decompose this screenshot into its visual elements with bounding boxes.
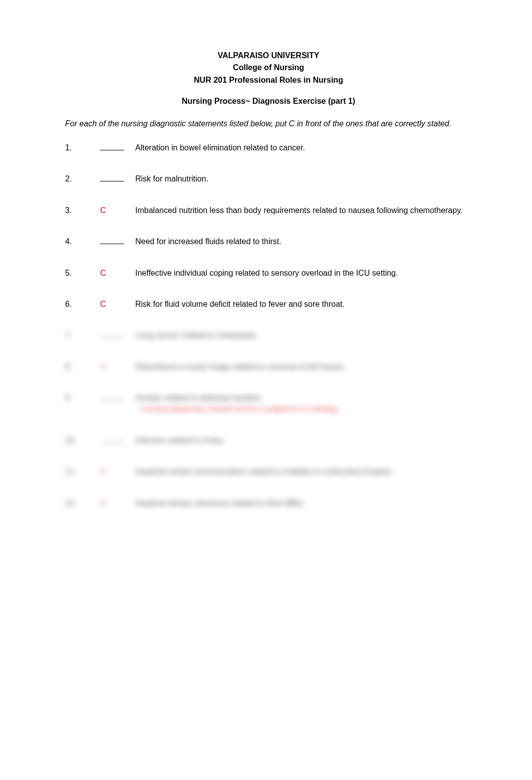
item-text: Anxiety related to defective families.nu… [135,393,472,415]
item-number: 8. [65,361,100,372]
item-text: Ineffective individual coping related to… [135,268,472,279]
item-number: 11. [65,466,100,477]
item-mark [100,435,135,446]
list-item: 2.Risk for malnutrition. [65,173,472,184]
item-mark [100,236,135,247]
item-text: Imbalanced nutrition less than body requ… [135,205,472,216]
item-text: Disturbance in body image related to rem… [135,361,472,372]
item-number: 6. [65,299,100,310]
item-number: 7. [65,330,100,341]
item-mark [100,330,135,341]
item-number: 3. [65,205,100,216]
item-text: Impaired airway clearance related to thi… [135,498,472,509]
item-mark: C [100,299,135,310]
list-item: 9.Anxiety related to defective families.… [65,393,472,415]
blank-line [100,237,124,244]
college-name: College of Nursing [65,62,472,73]
item-text: Alteration in bowel elimination related … [135,142,472,153]
blank-line [100,143,124,150]
blank-line [100,331,124,338]
blank-line [100,394,124,401]
item-mark [100,142,135,153]
blank-line [100,436,124,443]
list-item: 7.Lung cancer related to metastasis. [65,330,472,341]
item-number: 12. [65,498,100,509]
item-mark: C [100,498,135,509]
document-header: VALPARAISO UNIVERSITY College of Nursing… [65,50,472,86]
exercise-title: Nursing Process~ Diagnosis Exercise (par… [65,96,472,107]
item-number: 4. [65,236,100,247]
item-mark: C [100,361,135,372]
item-text: Impaired verbal communication related to… [135,466,472,477]
items-list: 1.Alteration in bowel elimination relate… [65,142,472,509]
item-mark [100,393,135,404]
item-number: 2. [65,173,100,184]
list-item: 11.CImpaired verbal communication relate… [65,466,472,477]
item-number: 9. [65,393,100,404]
list-item: 1.Alteration in bowel elimination relate… [65,142,472,153]
list-item: 8.CDisturbance in body image related to … [65,361,472,372]
list-item: 3.CImbalanced nutrition less than body r… [65,205,472,216]
item-mark: C [100,205,135,216]
university-name: VALPARAISO UNIVERSITY [65,50,472,61]
item-number: 5. [65,268,100,279]
item-mark: C [100,268,135,279]
item-mark: C [100,466,135,477]
course-title: NUR 201 Professional Roles in Nursing [65,75,472,86]
blank-line [100,174,124,181]
item-subtext: nursing diagnoses should not be a judgme… [135,404,472,415]
list-item: 6.CRisk for fluid volume deficit related… [65,299,472,310]
item-text: Infection related to Foley. [135,435,472,446]
item-text: Risk for malnutrition. [135,173,472,184]
list-item: 4.Need for increased fluids related to t… [65,236,472,247]
item-number: 10. [65,435,100,446]
item-text: Need for increased fluids related to thi… [135,236,472,247]
item-mark [100,173,135,184]
item-text: Lung cancer related to metastasis. [135,330,472,341]
list-item: 12.CImpaired airway clearance related to… [65,498,472,509]
list-item: 5.CIneffective individual coping related… [65,268,472,279]
item-text: Risk for fluid volume deficit related to… [135,299,472,310]
item-number: 1. [65,142,100,153]
instructions-text: For each of the nursing diagnostic state… [65,118,472,129]
list-item: 10.Infection related to Foley. [65,435,472,446]
